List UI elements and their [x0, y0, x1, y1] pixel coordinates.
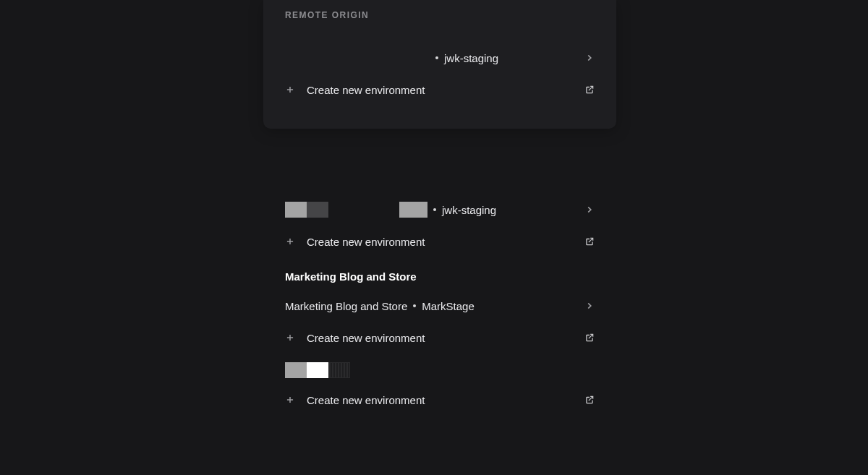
external-link-icon[interactable] — [584, 236, 595, 247]
external-link-icon[interactable] — [584, 333, 595, 343]
environment-row[interactable]: jwk-staging — [285, 42, 595, 74]
plus-icon — [285, 395, 295, 405]
create-environment-label: Create new environment — [307, 236, 425, 248]
redacted-block — [328, 362, 350, 378]
environment-name: MarkStage — [422, 300, 475, 312]
chevron-right-icon — [584, 205, 595, 215]
bullet-icon — [435, 56, 438, 59]
redacted-block — [285, 202, 307, 218]
chevron-right-icon — [584, 53, 595, 63]
projects-list: jwk-staging Create new environment Marke… — [263, 194, 616, 416]
create-environment-row[interactable]: Create new environment — [285, 74, 595, 106]
redacted-block — [399, 202, 427, 218]
plus-icon — [285, 236, 295, 247]
create-environment-label: Create new environment — [307, 84, 425, 96]
environment-row[interactable]: jwk-staging — [285, 194, 595, 226]
project-title: Marketing Blog and Store — [285, 270, 595, 283]
redacted-block — [307, 362, 328, 378]
bullet-icon — [413, 304, 416, 307]
chevron-right-icon — [584, 301, 595, 311]
environment-name: jwk-staging — [442, 204, 496, 216]
redacted-block — [307, 202, 328, 218]
create-environment-row[interactable]: Create new environment — [285, 226, 595, 257]
project-title-redacted — [285, 362, 595, 378]
external-link-icon[interactable] — [584, 395, 595, 405]
create-environment-row[interactable]: Create new environment — [285, 384, 595, 416]
project-environment-row[interactable]: Marketing Blog and Store MarkStage — [285, 290, 595, 322]
plus-icon — [285, 333, 295, 343]
redacted-block — [285, 362, 307, 378]
create-environment-row[interactable]: Create new environment — [285, 322, 595, 354]
external-link-icon[interactable] — [584, 85, 595, 95]
project-name: Marketing Blog and Store — [285, 300, 407, 312]
create-environment-label: Create new environment — [307, 332, 425, 344]
remote-origin-label: REMOTE ORIGIN — [285, 10, 595, 20]
plus-icon — [285, 85, 295, 95]
bullet-icon — [433, 208, 436, 211]
create-environment-label: Create new environment — [307, 394, 425, 406]
environment-name: jwk-staging — [444, 52, 498, 64]
remote-origin-panel: REMOTE ORIGIN jwk-staging — [263, 0, 616, 129]
